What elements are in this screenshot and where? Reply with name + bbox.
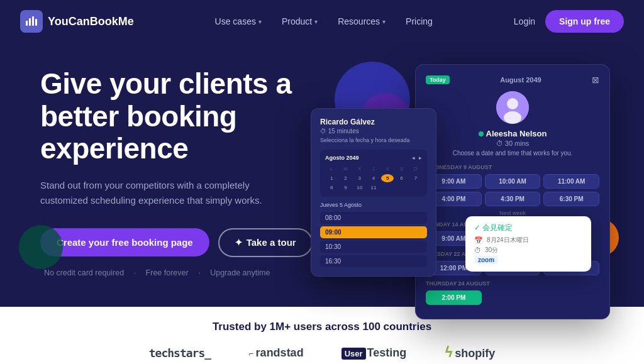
day4-slots: 2:00 PM xyxy=(426,290,599,305)
chevron-down-icon: ▾ xyxy=(314,18,318,25)
cal-month: Agosto 2049 xyxy=(325,155,359,161)
hero-section: Give your clients a better booking exper… xyxy=(0,43,644,307)
front-date-label: Jueves 5 Agosto xyxy=(320,202,427,208)
svg-rect-0 xyxy=(26,21,28,26)
nav-resources[interactable]: Resources ▾ xyxy=(329,11,394,31)
hero-subheading: Stand out from your competitors with a c… xyxy=(40,178,279,208)
cal-day[interactable]: 4 xyxy=(367,174,380,182)
time-slot[interactable]: 10:00 AM xyxy=(485,174,541,189)
logo-icon xyxy=(20,10,43,33)
nav-product[interactable]: Product ▾ xyxy=(273,11,326,31)
deco-circle-green xyxy=(19,225,63,269)
cal-day[interactable]: 3 xyxy=(353,174,366,182)
cal-day[interactable]: 9 xyxy=(339,184,352,192)
time-slot[interactable]: 4:30 PM xyxy=(485,192,541,206)
front-duration: ⏱ 15 minutes xyxy=(320,128,427,135)
notif-time-row: ⏱ 30分 xyxy=(474,246,582,255)
notif-time: 30分 xyxy=(485,246,498,255)
hero-heading: Give your clients a better booking exper… xyxy=(40,68,330,165)
navbar: YouCanBookMe Use cases ▾ Product ▾ Resou… xyxy=(0,0,644,43)
day1-label: Wednesday 9 August xyxy=(426,164,599,170)
hero-buttons: Create your free booking page ✦ Take a t… xyxy=(40,228,330,257)
close-icon[interactable]: ⊠ xyxy=(592,75,599,85)
shopify-logo: ϟshopify xyxy=(444,345,495,361)
trusted-logos: techstars_ ⌐ randstad UserTesting ϟshopi… xyxy=(25,345,619,361)
booking-card-aleesha: Today August 2049 ⊠ xyxy=(415,64,610,319)
calendar-icon: 📅 xyxy=(474,236,483,245)
front-choose: Selecciona la fecha y hora deseada xyxy=(320,137,427,143)
page-wrapper: YouCanBookMe Use cases ▾ Product ▾ Resou… xyxy=(0,0,644,364)
cal-day[interactable]: 11 xyxy=(367,184,380,192)
profile-name: Aleesha Nelson xyxy=(426,129,599,138)
usertesting-logo: UserTesting xyxy=(341,346,407,360)
nav-actions: Login Sign up free xyxy=(514,10,624,33)
cal-header: Agosto 2049 ◂ ▸ xyxy=(325,155,422,161)
cal-day: D xyxy=(409,165,422,173)
signup-button[interactable]: Sign up free xyxy=(545,10,624,33)
card-month: August 2049 xyxy=(500,76,541,84)
cal-day[interactable]: 1 xyxy=(325,174,338,182)
online-dot xyxy=(479,131,484,136)
booking-card-ricardo: Ricardo Gálvez ⏱ 15 minutes Selecciona l… xyxy=(311,108,436,277)
next-week-label: Next week xyxy=(426,210,599,216)
nav-links: Use cases ▾ Product ▾ Resources ▾ Pricin… xyxy=(206,11,441,31)
chevron-down-icon: ▾ xyxy=(382,18,386,25)
cal-day-active[interactable]: 5 xyxy=(381,174,394,182)
randstad-logo: ⌐ randstad xyxy=(248,346,304,360)
front-slot[interactable]: 10:30 xyxy=(320,241,427,253)
zoom-badge: zoom xyxy=(474,256,498,264)
today-badge: Today xyxy=(426,75,450,84)
cal-day[interactable]: 8 xyxy=(325,184,338,192)
hero-left: Give your clients a better booking exper… xyxy=(40,58,330,307)
brand-logo[interactable]: YouCanBookMe xyxy=(20,10,134,33)
avatar xyxy=(496,91,529,124)
time-slot[interactable]: 11:00 AM xyxy=(543,174,599,189)
profile-duration: ⏱ 30 mins xyxy=(426,140,599,147)
nav-use-cases[interactable]: Use cases ▾ xyxy=(206,11,270,31)
svg-point-5 xyxy=(507,98,518,109)
create-booking-button[interactable]: Create your free booking page xyxy=(40,228,209,256)
cal-arrows: ◂ ▸ xyxy=(412,155,422,161)
cal-day: J xyxy=(367,165,380,173)
svg-rect-1 xyxy=(29,18,31,26)
techstars-logo: techstars_ xyxy=(149,346,211,360)
login-link[interactable]: Login xyxy=(514,16,535,26)
cal-grid: L M X J V S D 1 2 3 4 5 6 7 8 xyxy=(325,165,422,192)
cal-day: X xyxy=(353,165,366,173)
svg-rect-3 xyxy=(35,19,37,26)
nav-pricing[interactable]: Pricing xyxy=(397,11,441,31)
cal-day: V xyxy=(381,165,394,173)
time-slot[interactable]: 6:30 PM xyxy=(543,192,599,206)
day4-label: Thursday 24 August xyxy=(426,280,599,287)
notification-card: ✓ 会見確定 📅 8月24日木曜日 ⏱ 30分 zoom xyxy=(465,216,591,272)
svg-point-6 xyxy=(504,111,521,124)
svg-rect-2 xyxy=(32,16,34,26)
brand-name: YouCanBookMe xyxy=(48,15,134,28)
notif-platform-row: zoom xyxy=(474,256,582,264)
cal-next-icon[interactable]: ▸ xyxy=(419,155,422,161)
cal-day: S xyxy=(395,165,408,173)
card-header: Today August 2049 ⊠ xyxy=(426,75,599,85)
chevron-down-icon: ▾ xyxy=(258,18,262,25)
front-slot-selected[interactable]: 09:00 xyxy=(320,226,427,238)
cal-day: L xyxy=(325,165,338,173)
front-slot[interactable]: 16:30 xyxy=(320,255,427,267)
notif-check: ✓ 会見確定 xyxy=(474,223,582,233)
notif-date-row: 📅 8月24日木曜日 xyxy=(474,236,582,245)
front-profile-name: Ricardo Gálvez xyxy=(320,118,427,126)
cal-day[interactable]: 6 xyxy=(395,174,408,182)
profile-choose: Choose a date and time that works for yo… xyxy=(426,150,599,157)
cal-day: M xyxy=(339,165,352,173)
mini-calendar: Agosto 2049 ◂ ▸ L M X J V S D xyxy=(320,150,427,197)
cal-day[interactable]: 10 xyxy=(353,184,366,192)
take-tour-button[interactable]: ✦ Take a tour xyxy=(218,228,313,257)
cal-prev-icon[interactable]: ◂ xyxy=(412,155,415,161)
trusted-title: Trusted by 1M+ users across 100 countrie… xyxy=(25,321,619,333)
cal-day[interactable]: 7 xyxy=(409,174,422,182)
time-slot-selected[interactable]: 2:00 PM xyxy=(426,290,482,305)
cal-day[interactable]: 2 xyxy=(339,174,352,182)
sparkle-icon: ✦ xyxy=(235,237,243,248)
hero-right: Today August 2049 ⊠ xyxy=(330,58,604,297)
day1-slots: 9:00 AM 10:00 AM 11:00 AM 4:00 PM 4:30 P… xyxy=(426,174,599,206)
front-slot[interactable]: 08:00 xyxy=(320,212,427,224)
